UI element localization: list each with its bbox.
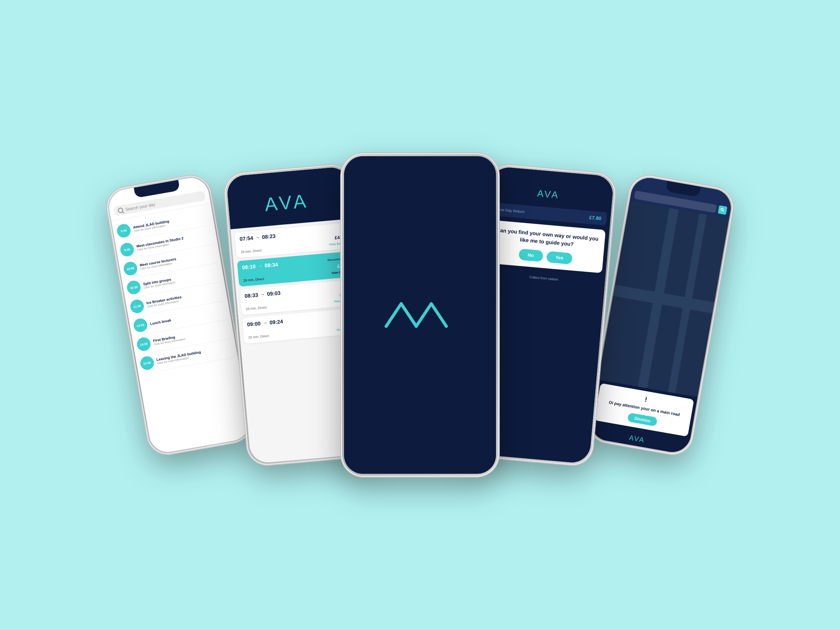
time-badge: 9:30 [119, 242, 135, 258]
arrive-time: 08:23 [262, 233, 276, 240]
time-badge: 10:00 [123, 261, 139, 276]
item-text: Leaving the JLAD building Click for more… [156, 350, 202, 365]
yes-button[interactable]: Yes [546, 251, 573, 265]
collect-label: Collect from station [529, 275, 559, 281]
svg-point-3 [721, 208, 723, 211]
svg-line-1 [401, 304, 416, 326]
train-duration: 29 min, Direct [243, 277, 264, 283]
item-text: Ice Breaker activities Click for more in… [146, 295, 183, 308]
notch-center [396, 156, 444, 167]
item-text: First Briefing Click for more informatio… [153, 333, 186, 346]
search-icon [117, 207, 123, 213]
train-duration: 29 min, Direct [248, 334, 269, 339]
depart-time: 08:10 [242, 264, 256, 271]
ava-logo-svg-center [382, 296, 458, 334]
volume-down-button[interactable] [227, 242, 231, 263]
time-badge: 11:00 [129, 298, 145, 314]
arrive-time: 09:03 [267, 290, 281, 297]
time-badge: 14:00 [136, 336, 152, 352]
no-button[interactable]: No [518, 249, 543, 262]
search-icon [720, 207, 725, 213]
ticket-label: ume Day Return [497, 207, 525, 214]
ava-logo-alert: AVA [627, 433, 651, 445]
train-duration: 29 min, Direct [240, 248, 262, 254]
ava-splash-logo [382, 296, 458, 334]
item-text: Attend JLAD building Click for more info… [133, 219, 170, 233]
ava-logo-timetable: AVA [258, 184, 321, 219]
depart-time: 07:54 [239, 235, 253, 242]
train-duration: 29 min, Direct [246, 306, 267, 311]
search-placeholder: Search your day [125, 202, 155, 212]
ava-logo-dialog: AVA [535, 185, 567, 203]
svg-text:AVA: AVA [628, 434, 646, 444]
dialog-popup: Can you find your own way or would you l… [487, 220, 606, 273]
item-text: Split into groups Click for more informa… [143, 276, 176, 290]
arrive-time: 08:34 [264, 262, 278, 269]
splash-screen-inner [344, 156, 496, 474]
dismiss-button[interactable]: Dismiss [627, 412, 657, 426]
arrow-icon: → [260, 292, 265, 297]
item-text: Lunch break [150, 318, 172, 326]
phone-center [341, 153, 499, 477]
phones-container: Search your day 9:00 Attend JLAD buildin… [63, 52, 777, 578]
volume-up-button[interactable] [226, 223, 228, 236]
ticket-price: £7.80 [589, 215, 602, 221]
svg-text:AVA: AVA [264, 190, 310, 215]
time-badge: 10:30 [126, 279, 142, 295]
arrow-icon: → [255, 234, 260, 240]
time-badge: 15:00 [139, 355, 155, 371]
dialog-question: Can you find your own way or would you l… [494, 227, 600, 250]
arrow-icon: → [263, 320, 268, 326]
splash-screen [344, 156, 496, 474]
svg-line-4 [723, 211, 724, 212]
item-title: Lunch break [150, 318, 172, 326]
dialog-buttons: No Yes [493, 246, 598, 267]
arrow-icon: → [257, 263, 262, 269]
alert-map [598, 201, 729, 397]
item-text: Meet course lecturers Click for more inf… [139, 257, 177, 271]
volume-down-button[interactable] [114, 261, 119, 282]
volume-up-button[interactable] [621, 216, 624, 228]
svg-text:AVA: AVA [537, 188, 560, 200]
arrive-time: 09:24 [270, 318, 283, 325]
item-text: Meet classmates in Studio 2 Click for mo… [136, 236, 185, 252]
power-button[interactable] [609, 234, 613, 261]
volume-down-button[interactable] [616, 233, 621, 252]
depart-time: 09:00 [247, 320, 261, 327]
volume-up-button[interactable] [111, 243, 115, 256]
time-badge: 13:00 [133, 317, 148, 333]
time-badge: 9:00 [116, 223, 132, 238]
depart-time: 08:33 [244, 292, 258, 299]
alert-search-button[interactable] [718, 205, 727, 215]
